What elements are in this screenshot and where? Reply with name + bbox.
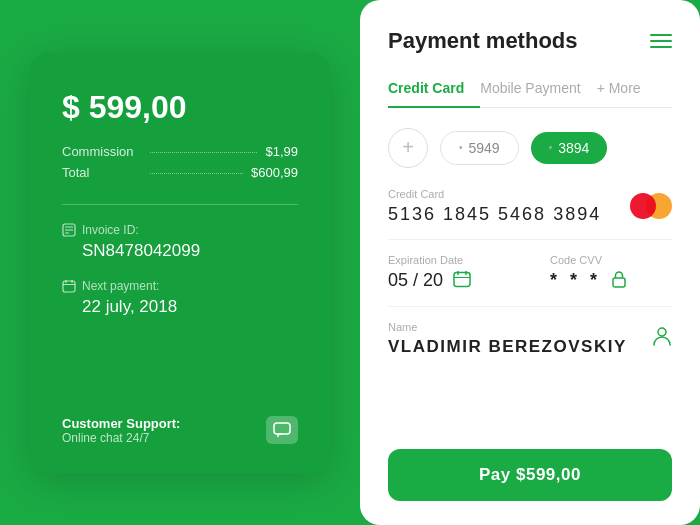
commission-value: $1,99 — [265, 144, 298, 159]
svg-rect-9 — [454, 272, 470, 286]
invoice-id-label: Invoice ID: — [82, 223, 139, 237]
divider-2 — [388, 239, 672, 240]
divider-1 — [62, 204, 298, 205]
tab-credit-card[interactable]: Credit Card — [388, 72, 480, 108]
card-chip-5949[interactable]: • 5949 — [440, 131, 519, 165]
left-panel: $ 599,00 Commission $1,99 Total $600,99 … — [0, 0, 360, 525]
card-last4-3894: 3894 — [558, 140, 589, 156]
cvv-value: * * * — [550, 270, 601, 291]
total-value: $600,99 — [251, 165, 298, 180]
calendar-icon — [453, 270, 471, 292]
total-dots — [150, 173, 243, 174]
card-selector: + • 5949 • 3894 — [388, 128, 672, 168]
cvv-field: Code CVV * * * — [550, 254, 672, 292]
next-payment-value: 22 july, 2018 — [82, 297, 298, 317]
card-number-row: Credit Card 5136 1845 5468 3894 — [388, 188, 672, 225]
invoice-card: $ 599,00 Commission $1,99 Total $600,99 … — [30, 53, 330, 473]
card-chip-3894[interactable]: • 3894 — [531, 132, 608, 164]
invoice-id-block: Invoice ID: SN8478042099 — [62, 223, 298, 261]
mastercard-icon — [630, 193, 672, 219]
user-icon — [652, 325, 672, 352]
lock-icon — [611, 270, 627, 292]
support-row: Customer Support: Online chat 24/7 — [62, 398, 298, 445]
invoice-icon — [62, 223, 76, 237]
svg-rect-4 — [63, 281, 75, 292]
support-subtitle: Online chat 24/7 — [62, 431, 180, 445]
tab-mobile-payment[interactable]: Mobile Payment — [480, 72, 596, 108]
commission-label: Commission — [62, 144, 142, 159]
calendar-icon — [62, 279, 76, 293]
expiry-cvv-row: Expiration Date 05 / 20 Code CVV * * * — [388, 254, 672, 292]
support-title: Customer Support: — [62, 416, 180, 431]
menu-icon[interactable] — [650, 34, 672, 48]
chat-icon[interactable] — [266, 416, 298, 444]
name-value: VLADIMIR BEREZOVSKIY — [388, 337, 627, 357]
tabs-bar: Credit Card Mobile Payment + More — [388, 72, 672, 108]
card-number-label: Credit Card — [388, 188, 601, 200]
card-last4-5949: 5949 — [469, 140, 500, 156]
card-number-value: 5136 1845 5468 3894 — [388, 204, 601, 225]
total-row: Total $600,99 — [62, 165, 298, 180]
commission-row: Commission $1,99 — [62, 144, 298, 159]
expiry-value: 05 / 20 — [388, 270, 443, 291]
commission-dots — [150, 152, 257, 153]
next-payment-block: Next payment: 22 july, 2018 — [62, 279, 298, 317]
invoice-amount: $ 599,00 — [62, 89, 298, 126]
invoice-id-value: SN8478042099 — [82, 241, 298, 261]
expiry-field: Expiration Date 05 / 20 — [388, 254, 510, 292]
total-label: Total — [62, 165, 142, 180]
right-header: Payment methods — [388, 28, 672, 54]
page-title: Payment methods — [388, 28, 578, 54]
divider-3 — [388, 306, 672, 307]
tab-more[interactable]: + More — [597, 72, 657, 108]
next-payment-label: Next payment: — [82, 279, 159, 293]
right-panel: Payment methods Credit Card Mobile Payme… — [360, 0, 700, 525]
svg-rect-8 — [274, 423, 290, 434]
add-card-button[interactable]: + — [388, 128, 428, 168]
name-label: Name — [388, 321, 627, 333]
svg-rect-13 — [613, 278, 625, 287]
pay-button[interactable]: Pay $599,00 — [388, 449, 672, 501]
name-row: Name VLADIMIR BEREZOVSKIY — [388, 321, 672, 357]
expiry-label: Expiration Date — [388, 254, 510, 266]
cvv-label: Code CVV — [550, 254, 672, 266]
svg-point-14 — [658, 328, 666, 336]
